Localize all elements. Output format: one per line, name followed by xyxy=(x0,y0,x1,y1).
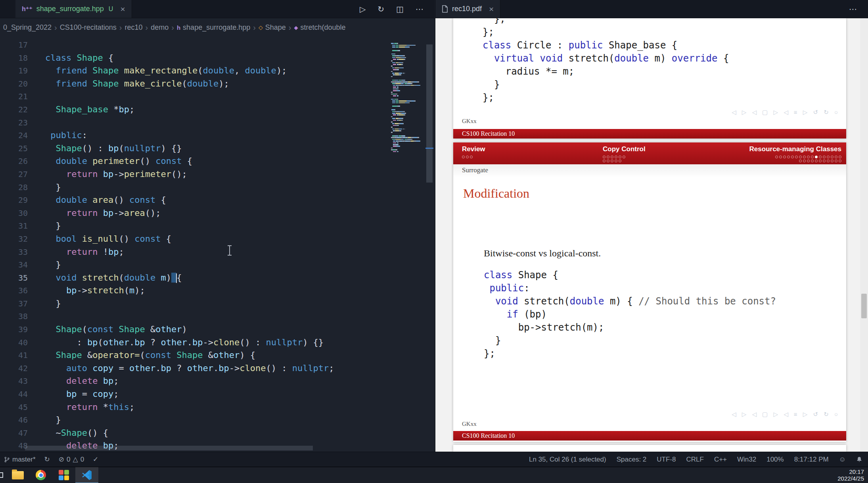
code-line[interactable]: 44 bp = copy; xyxy=(0,388,390,401)
notifications-bell-icon[interactable] xyxy=(856,456,862,463)
code-line[interactable]: 34 } xyxy=(0,258,390,271)
minimap-segment xyxy=(414,85,416,86)
code-line[interactable]: 17 xyxy=(0,38,390,52)
code-line[interactable]: 40 : bp(other.bp ? other.bp->clone() : n… xyxy=(0,336,390,349)
encoding-status[interactable]: UTF-8 xyxy=(657,456,676,464)
minimap-segment xyxy=(396,83,400,84)
eol-status[interactable]: CRLF xyxy=(686,456,703,464)
code-line[interactable]: 19 friend Shape make_rectangle(double, d… xyxy=(0,64,390,77)
code-line[interactable]: 45 return *this; xyxy=(0,401,390,414)
language-mode-status[interactable]: C++ xyxy=(714,456,727,464)
breadcrumb-item[interactable]: ◇Shape xyxy=(259,23,286,32)
minimap[interactable] xyxy=(391,41,423,153)
code-line[interactable]: 41 Shape &operator=(const Shape &other) … xyxy=(0,349,390,362)
code-line[interactable]: 26 double perimeter() const { xyxy=(0,155,390,168)
tab-rec10-pdf[interactable]: rec10.pdf × xyxy=(435,0,500,18)
vscode-taskbar-icon[interactable] xyxy=(75,467,98,483)
breadcrumb-item[interactable]: rec10 xyxy=(125,23,143,32)
problems-status[interactable]: ⊘ 0 △ 0 xyxy=(59,455,84,464)
breadcrumb-item[interactable]: 0_Spring_2022 xyxy=(3,23,52,32)
minimap-line xyxy=(391,43,423,44)
code-line[interactable]: 22 Shape_base *bp; xyxy=(0,103,390,116)
code-line[interactable]: 43 delete bp; xyxy=(0,375,390,388)
minimap-segment xyxy=(391,148,393,149)
platform-status[interactable]: Win32 xyxy=(737,456,756,464)
code-token xyxy=(45,324,56,334)
code-line[interactable]: 23 xyxy=(0,116,390,129)
media-app-icon[interactable] xyxy=(52,467,75,483)
code-editor[interactable]: 1718class Shape {19 friend Shape make_re… xyxy=(0,37,435,452)
close-tab-icon[interactable]: × xyxy=(120,4,125,14)
clock-status[interactable]: 8:17:12 PM xyxy=(794,456,829,464)
code-line[interactable]: 35 void stretch(double m) { xyxy=(0,271,390,285)
code-line[interactable]: 25 Shape() : bp(nullptr) {} xyxy=(0,142,390,155)
breadcrumb-item[interactable]: ◆stretch(double xyxy=(294,23,345,32)
code-token: ( xyxy=(119,143,124,153)
code-line[interactable]: 29 double area() const { xyxy=(0,194,390,207)
editor-vertical-scrollbar[interactable] xyxy=(425,37,433,452)
scrollbar-thumb[interactable] xyxy=(426,44,433,183)
more-actions-icon[interactable]: ⋯ xyxy=(849,4,857,14)
code-line[interactable]: 33 return !bp; xyxy=(0,246,390,259)
pdf-viewer[interactable]: };};class Circle : public Shape_base { v… xyxy=(435,18,868,452)
split-editor-icon[interactable]: ◫ xyxy=(396,4,404,14)
code-line[interactable]: 24 public: xyxy=(0,129,390,142)
minimap-line xyxy=(391,106,423,107)
minimap-segment xyxy=(397,99,398,100)
minimap-segment xyxy=(392,102,395,104)
slide-dot xyxy=(791,156,794,158)
code-token: ); xyxy=(218,79,229,89)
file-explorer-icon[interactable] xyxy=(6,467,29,483)
indentation-status[interactable]: Spaces: 2 xyxy=(617,456,647,464)
check-status-icon[interactable]: ✓ xyxy=(93,455,98,464)
minimap-line xyxy=(391,109,423,110)
git-branch-status[interactable]: master* xyxy=(4,456,36,464)
more-actions-icon[interactable]: ⋯ xyxy=(416,4,423,14)
code-line[interactable]: 37 } xyxy=(0,297,390,310)
minimap-segment xyxy=(396,102,399,104)
minimap-segment xyxy=(411,137,414,138)
code-token: return xyxy=(66,402,98,412)
line-number: 40 xyxy=(0,336,28,349)
minimap-segment xyxy=(396,57,400,58)
line-number: 30 xyxy=(0,207,28,220)
code-line[interactable]: 28 } xyxy=(0,181,390,194)
chrome-icon[interactable] xyxy=(29,467,52,483)
tab-shape-surrogate-hpp[interactable]: h⁺⁺ shape_surrogate.hpp U × xyxy=(15,0,132,18)
code-line[interactable]: 38 xyxy=(0,310,390,323)
taskbar-clock[interactable]: 20:17 2022/4/25 xyxy=(837,468,868,482)
code-line[interactable]: 31 } xyxy=(0,219,390,233)
code-line[interactable]: 36 bp->stretch(m); xyxy=(0,284,390,297)
breadcrumb-item[interactable]: hshape_surrogate.hpp xyxy=(177,23,250,32)
code-line[interactable]: 18class Shape { xyxy=(0,52,390,65)
code-line[interactable]: 47 ~Shape() { xyxy=(0,427,390,440)
line-code: auto copy = other.bp ? other.bp->clone()… xyxy=(28,362,334,375)
cursor-position-status[interactable]: Ln 35, Col 26 (1 selected) xyxy=(529,456,606,464)
code-line[interactable]: 46 } xyxy=(0,414,390,427)
run-file-icon[interactable]: ▷ xyxy=(360,4,366,14)
code-line[interactable]: 32 bool is_null() const { xyxy=(0,233,390,246)
code-token: Shape xyxy=(56,143,82,153)
breadcrumb-item[interactable]: demo xyxy=(151,23,169,32)
feedback-icon[interactable]: ☺ xyxy=(839,456,846,464)
code-token: bp xyxy=(218,363,229,373)
editor-horizontal-scrollbar[interactable] xyxy=(25,446,313,450)
taskbar-partial-icon[interactable] xyxy=(0,467,6,483)
code-line[interactable]: 27 return bp->perimeter(); xyxy=(0,168,390,181)
zoom-status[interactable]: 100% xyxy=(766,456,784,464)
code-line[interactable]: 42 auto copy = other.bp ? other.bp->clon… xyxy=(0,362,390,375)
minimap-segment xyxy=(396,139,400,140)
code-line[interactable]: 30 return bp->area(); xyxy=(0,207,390,220)
code-token xyxy=(155,273,161,283)
sync-status-icon[interactable]: ↻ xyxy=(44,455,50,464)
code-token: () : xyxy=(266,363,292,373)
scrollbar-thumb[interactable] xyxy=(861,294,867,318)
breadcrumb-item[interactable]: CS100-recitations xyxy=(60,23,117,32)
pdf-scrollbar[interactable] xyxy=(860,18,868,452)
minimap-segment xyxy=(393,59,396,60)
close-tab-icon[interactable]: × xyxy=(489,4,494,14)
code-line[interactable]: 20 friend Shape make_circle(double); xyxy=(0,77,390,90)
sync-icon[interactable]: ↻ xyxy=(377,4,384,14)
code-line[interactable]: 39 Shape(const Shape &other) xyxy=(0,323,390,336)
code-line[interactable]: 21 xyxy=(0,90,390,103)
